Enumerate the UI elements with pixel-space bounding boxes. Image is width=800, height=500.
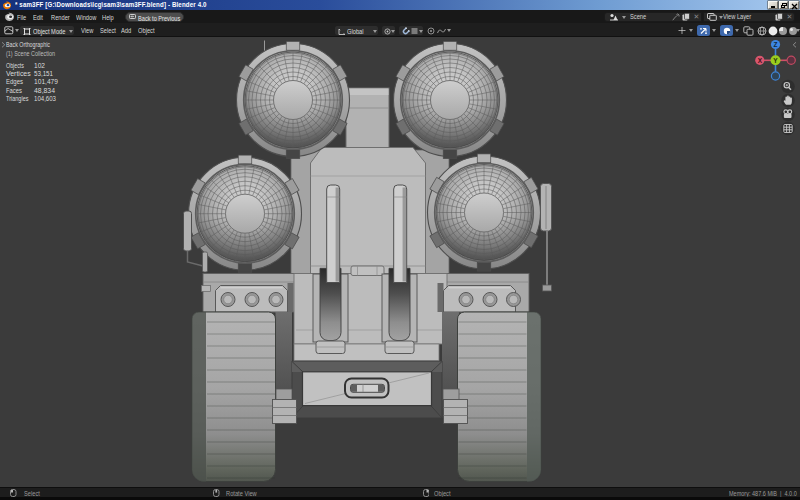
svg-text:Edges: Edges (6, 78, 24, 86)
svg-text:104,603: 104,603 (34, 95, 56, 102)
svg-text:(1) Scene Collection: (1) Scene Collection (6, 50, 55, 58)
svg-text:53,151: 53,151 (34, 70, 53, 77)
svg-text:Y: Y (773, 57, 778, 64)
svg-text:Objects: Objects (6, 62, 25, 70)
svg-text:102: 102 (34, 62, 45, 69)
svg-text:X: X (758, 57, 763, 64)
svg-text:101,479: 101,479 (34, 78, 58, 85)
svg-text:Triangles: Triangles (6, 95, 29, 103)
svg-text:Z: Z (774, 41, 778, 48)
svg-text:48,834: 48,834 (34, 87, 55, 94)
svg-text:Faces: Faces (6, 87, 23, 94)
svg-text:Vertices: Vertices (6, 70, 31, 77)
svg-text:Back Orthographic: Back Orthographic (6, 41, 51, 49)
